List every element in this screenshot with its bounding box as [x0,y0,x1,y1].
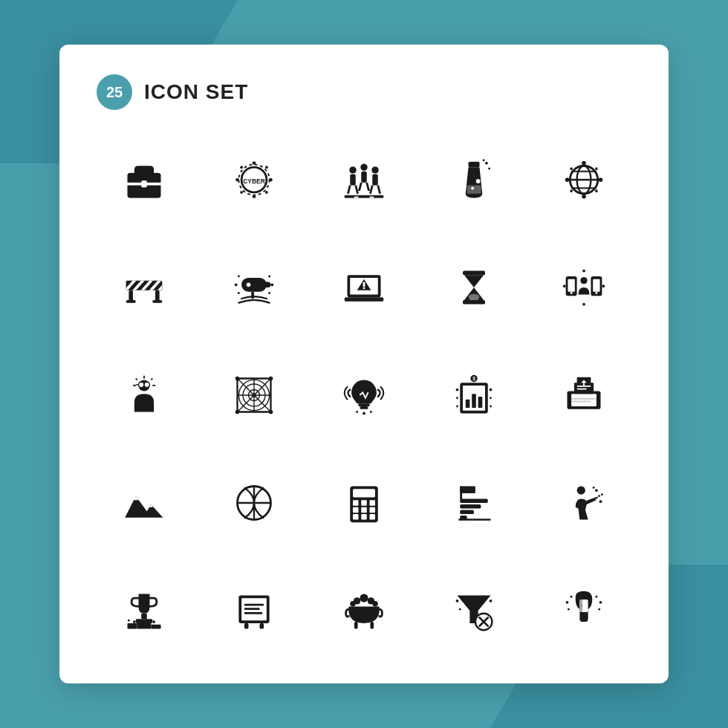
svg-point-44 [599,178,603,183]
svg-rect-133 [571,394,597,406]
svg-rect-21 [361,172,367,183]
svg-rect-139 [571,398,597,400]
business-plan-icon: $ [447,368,501,422]
svg-point-92 [139,382,145,388]
page-title: ICON SET [144,80,248,104]
svg-point-176 [152,620,155,623]
cauldron-icon [337,584,391,637]
svg-point-197 [490,599,493,602]
svg-rect-152 [370,507,376,513]
svg-rect-115 [360,406,368,409]
svg-rect-155 [370,514,376,520]
svg-point-72 [268,292,270,294]
svg-text:CYBER: CYBER [243,178,264,185]
basketball-icon [227,476,281,530]
laptop-warning-icon [337,261,391,314]
svg-point-65 [247,283,251,287]
svg-rect-172 [128,623,137,628]
svg-point-45 [582,161,586,166]
svg-point-163 [577,486,585,494]
mountains-icon [117,476,171,530]
svg-point-34 [471,187,474,190]
svg-rect-182 [244,611,262,614]
svg-point-83 [580,277,587,284]
svg-point-118 [370,411,372,413]
svg-line-23 [367,183,369,191]
svg-point-127 [490,389,493,391]
svg-point-7 [253,162,256,166]
globe-icon [557,153,611,207]
svg-rect-191 [370,622,374,628]
svg-point-116 [363,412,365,415]
svg-point-167 [599,500,602,503]
svg-line-18 [348,186,350,194]
icon-cell-blackboard [207,567,302,654]
svg-point-37 [483,160,485,162]
icon-cell-spider-web [207,352,302,439]
svg-rect-184 [260,623,264,628]
svg-rect-158 [460,498,488,503]
svg-point-131 [490,406,492,408]
icon-cell-bar-chart [426,459,521,546]
svg-rect-200 [581,605,582,607]
idea-bulb-icon [337,368,391,422]
main-card: 25 ICON SET [59,45,669,683]
icon-cell-test-tube [426,137,521,224]
cctv-icon [227,261,281,314]
svg-rect-150 [353,507,359,513]
svg-rect-32 [467,186,481,194]
svg-rect-149 [370,500,376,506]
professor-icon [117,368,171,422]
svg-rect-75 [345,297,384,302]
svg-rect-160 [460,510,474,514]
svg-rect-85 [593,279,599,292]
svg-point-177 [128,619,130,621]
svg-rect-29 [354,197,359,198]
svg-rect-78 [463,271,485,276]
svg-point-129 [490,397,492,399]
test-tube-icon [447,153,501,207]
svg-rect-140 [571,400,591,402]
svg-point-77 [363,287,365,290]
svg-rect-4 [141,181,147,187]
svg-point-14 [265,191,268,194]
icon-cell-user-device [536,244,631,331]
icon-cell-professor [97,352,192,439]
svg-point-9 [235,178,239,182]
icon-cell-mountains [97,459,192,546]
svg-point-82 [571,292,573,294]
barrier-icon [117,261,171,314]
svg-point-128 [456,397,458,399]
calculator-icon [337,476,391,530]
svg-rect-81 [568,279,574,292]
svg-point-10 [269,178,273,182]
svg-point-20 [360,164,367,171]
svg-rect-147 [353,500,359,506]
svg-rect-114 [359,403,370,406]
icon-cell-golfer [536,459,631,546]
svg-point-204 [598,608,600,610]
icon-cell-bowling [316,137,412,224]
svg-point-186 [360,594,368,602]
svg-rect-61 [152,300,162,303]
mind-door-icon [557,584,611,637]
svg-rect-173 [151,624,160,628]
svg-point-43 [565,178,570,183]
svg-point-35 [485,162,488,165]
svg-rect-135 [577,386,591,387]
user-device-icon [557,261,611,314]
svg-point-89 [563,285,566,287]
icon-cell-trophy [97,567,192,654]
svg-point-69 [238,276,240,278]
svg-point-175 [133,620,136,623]
svg-rect-17 [350,175,356,186]
svg-rect-180 [244,603,264,605]
svg-point-12 [265,166,268,169]
svg-point-47 [570,168,573,171]
svg-rect-59 [155,290,160,302]
svg-point-168 [601,493,603,495]
svg-point-67 [235,284,238,287]
svg-rect-60 [126,300,136,303]
svg-point-165 [595,489,598,492]
svg-rect-28 [345,195,384,198]
